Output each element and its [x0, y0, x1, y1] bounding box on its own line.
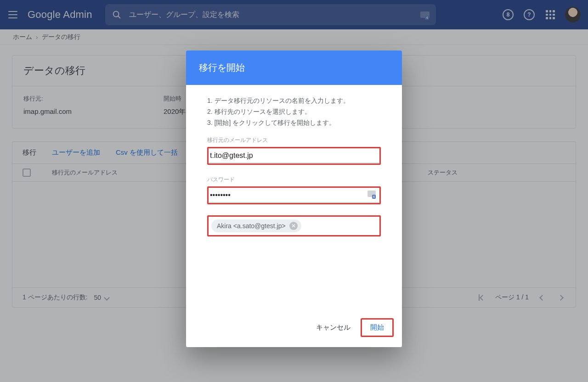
recipient-chip: Akira <a.sato@gtest.jp> ✕ [211, 219, 301, 232]
password-input[interactable] [209, 188, 379, 202]
chip-label: Akira <a.sato@gtest.jp> [217, 222, 286, 230]
instruction-list: データ移行元のリソースの名前を入力します。 移行先のリソースを選択します。 [開… [207, 97, 381, 127]
dialog-title: 移行を開始 [186, 51, 402, 85]
recipient-field-group: Akira <a.sato@gtest.jp> ✕ [207, 215, 381, 236]
source-email-label: 移行元のメールアドレス [207, 136, 381, 144]
start-button[interactable]: 開始 [362, 320, 392, 336]
dialog-actions: キャンセル 開始 [186, 312, 402, 347]
recipient-input[interactable]: Akira <a.sato@gtest.jp> ✕ [207, 215, 381, 236]
source-email-field-group: 移行元のメールアドレス [207, 136, 381, 165]
password-label: パスワード [207, 176, 381, 184]
start-migration-dialog: 移行を開始 データ移行元のリソースの名前を入力します。 移行先のリソースを選択し… [186, 51, 402, 347]
cancel-button[interactable]: キャンセル [310, 320, 357, 336]
instruction-step: 移行先のリソースを選択します。 [207, 108, 381, 116]
ime-keyboard-icon[interactable] [368, 191, 376, 197]
instruction-step: [開始] をクリックして移行を開始します。 [207, 119, 381, 127]
password-field-group: パスワード [207, 176, 381, 204]
instruction-step: データ移行元のリソースの名前を入力します。 [207, 97, 381, 105]
chip-remove-icon[interactable]: ✕ [289, 222, 298, 230]
source-email-input[interactable] [209, 149, 379, 163]
